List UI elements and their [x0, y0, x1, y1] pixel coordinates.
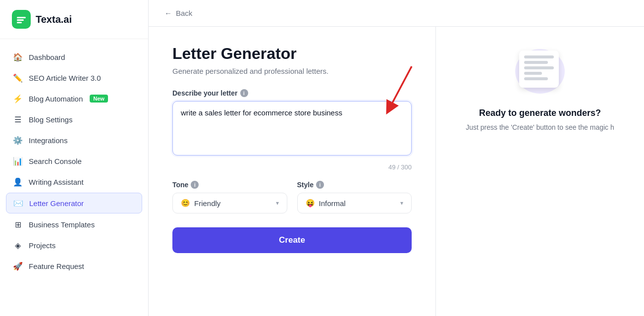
style-info-icon[interactable]: i [316, 181, 324, 189]
brand-name: Texta.ai [36, 14, 72, 25]
illustration [510, 47, 570, 96]
describe-info-icon[interactable]: i [240, 89, 248, 97]
tone-style-row: Tone i 😊 Friendly ▾ Style i [172, 181, 412, 213]
sidebar-item-letter-generator[interactable]: ✉️ Letter Generator [6, 193, 142, 213]
bolt-icon: ⚡ [13, 94, 23, 104]
textarea-wrapper: write a sales letter for ecommerce store… [172, 101, 412, 158]
sidebar-item-blog-automation[interactable]: ⚡ Blog Automation New [6, 89, 142, 108]
sidebar-item-label: Dashboard [29, 53, 65, 61]
sidebar-item-feature-request[interactable]: 🚀 Feature Request [6, 256, 142, 276]
tone-info-icon[interactable]: i [191, 181, 199, 189]
style-emoji: 😝 [306, 199, 315, 208]
sidebar-item-label: Feature Request [29, 262, 84, 270]
envelope-icon: ✉️ [13, 198, 23, 208]
topbar: ← Back [149, 0, 644, 27]
logo-area: Texta.ai [0, 0, 148, 39]
sidebar-item-dashboard[interactable]: 🏠 Dashboard [6, 47, 142, 67]
paper-line-3 [524, 66, 554, 69]
sidebar-item-label: Blog Settings [29, 115, 72, 124]
sidebar-item-integrations[interactable]: ⚙️ Integrations [6, 130, 142, 150]
pen-icon: ✏️ [13, 73, 23, 83]
main-content: ← Back Letter Generator Generate persona… [149, 0, 644, 316]
tone-select[interactable]: 😊 Friendly ▾ [172, 193, 287, 213]
sidebar-item-seo-writer[interactable]: ✏️ SEO Article Writer 3.0 [6, 68, 142, 88]
page-title: Letter Generator [172, 45, 412, 63]
paper-line-4 [524, 72, 542, 75]
sidebar-item-label: Blog Automation [29, 95, 83, 103]
right-panel: Ready to generate wonders? Just press th… [436, 27, 644, 316]
tone-field-group: Tone i 😊 Friendly ▾ [172, 181, 287, 213]
content-area: Letter Generator Generate personalized a… [149, 27, 644, 316]
sidebar: Texta.ai 🏠 Dashboard ✏️ SEO Article Writ… [0, 0, 149, 316]
ready-title: Ready to generate wonders? [479, 108, 601, 118]
ready-text: Just press the 'Create' button to see th… [466, 123, 614, 131]
page-subtitle: Generate personalized and professional l… [172, 67, 412, 75]
tone-label: Tone i [172, 181, 287, 189]
paper-line-5 [524, 77, 548, 80]
style-chevron-icon: ▾ [400, 200, 403, 207]
create-button[interactable]: Create [172, 227, 412, 253]
paper-line-1 [524, 55, 554, 58]
grid-icon: ⊞ [13, 219, 23, 229]
sidebar-item-search-console[interactable]: 📊 Search Console [6, 151, 142, 171]
tone-emoji: 😊 [181, 199, 190, 208]
svg-rect-0 [17, 17, 26, 18]
sidebar-item-projects[interactable]: ◈ Projects [6, 235, 142, 255]
letter-textarea[interactable]: write a sales letter for ecommerce store… [172, 101, 412, 156]
sidebar-item-label: Business Templates [29, 220, 95, 229]
sidebar-item-label: Writing Assistant [29, 178, 84, 186]
chart-icon: 📊 [13, 156, 23, 166]
layers-icon: ◈ [13, 240, 23, 250]
sidebar-item-business-templates[interactable]: ⊞ Business Templates [6, 214, 142, 234]
form-panel: Letter Generator Generate personalized a… [149, 27, 436, 316]
new-badge: New [90, 95, 108, 103]
back-button[interactable]: ← Back [164, 9, 192, 17]
illustration-paper [519, 51, 559, 88]
style-label: Style i [297, 181, 412, 189]
svg-rect-1 [17, 19, 24, 21]
describe-label: Describe your letter i [172, 89, 412, 97]
sidebar-item-label: Projects [29, 241, 55, 250]
char-count: 49 / 300 [172, 163, 412, 171]
sidebar-item-blog-settings[interactable]: ☰ Blog Settings [6, 109, 142, 129]
sidebar-item-label: Integrations [29, 136, 67, 145]
describe-field-group: Describe your letter i write a sales let… [172, 89, 412, 160]
sidebar-nav: 🏠 Dashboard ✏️ SEO Article Writer 3.0 ⚡ … [0, 39, 148, 284]
sidebar-item-label: SEO Article Writer 3.0 [29, 74, 101, 82]
sidebar-item-writing-assistant[interactable]: 👤 Writing Assistant [6, 172, 142, 192]
back-label: Back [176, 9, 192, 17]
style-value: Informal [319, 199, 346, 208]
sidebar-item-label: Letter Generator [29, 199, 84, 208]
paper-line-2 [524, 61, 548, 64]
style-field-group: Style i 😝 Informal ▾ [297, 181, 412, 213]
sidebar-item-label: Search Console [29, 157, 82, 165]
logo-icon [12, 10, 31, 29]
home-icon: 🏠 [13, 52, 23, 62]
tone-chevron-icon: ▾ [276, 200, 279, 207]
svg-rect-2 [17, 22, 22, 23]
tone-value: Friendly [194, 199, 220, 208]
gear-icon: ⚙️ [13, 135, 23, 145]
user-icon: 👤 [13, 177, 23, 187]
style-select[interactable]: 😝 Informal ▾ [297, 193, 412, 213]
rocket-icon: 🚀 [13, 261, 23, 271]
list-icon: ☰ [13, 114, 23, 124]
back-arrow-icon: ← [164, 9, 172, 17]
